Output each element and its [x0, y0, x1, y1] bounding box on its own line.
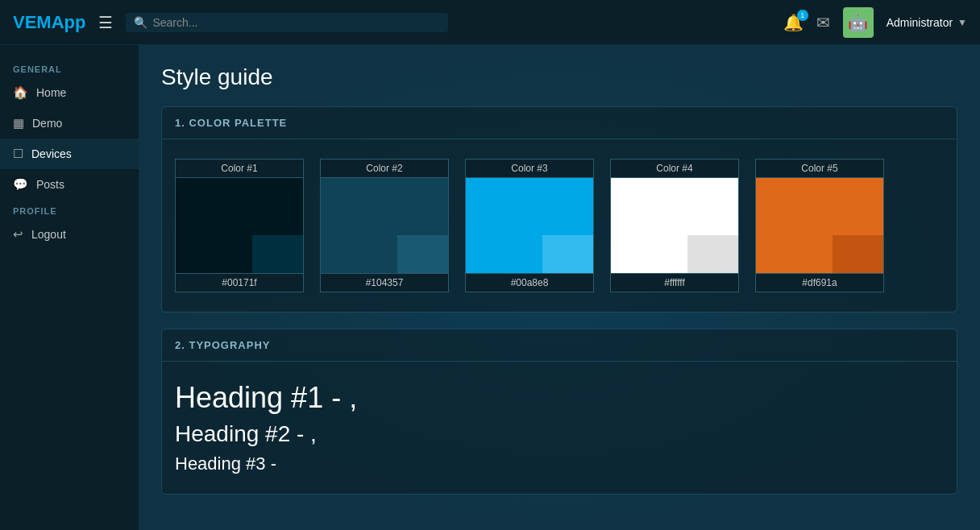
- color-swatch-2: Color #2 #104357: [320, 159, 449, 292]
- logout-icon: ↩: [13, 227, 23, 242]
- color-swatch-3: Color #3 #00a8e8: [465, 159, 594, 292]
- color-1-label: Color #1: [175, 159, 304, 177]
- nav-right: 🔔 1 ✉ 🤖 Administrator ▼: [783, 7, 967, 38]
- sidebar-item-label-devices: Devices: [31, 147, 72, 160]
- sidebar-item-devices[interactable]: ☐ Devices: [0, 139, 139, 169]
- color-swatches: Color #1 #00171f Color #2 #104357: [175, 159, 944, 292]
- color-4-box: [610, 177, 739, 274]
- notification-bell[interactable]: 🔔 1: [783, 13, 804, 32]
- sidebar: GENERAL 🏠 Home ▦ Demo ☐ Devices 💬 Posts …: [0, 45, 139, 530]
- color-3-hex: #00a8e8: [465, 274, 594, 292]
- search-bar: 🔍: [126, 13, 448, 32]
- sidebar-item-home[interactable]: 🏠 Home: [0, 77, 139, 108]
- heading-3: Heading #3 -: [175, 453, 944, 474]
- sidebar-item-label-home: Home: [36, 86, 66, 99]
- color-3-box: [465, 177, 594, 274]
- sidebar-item-label-logout: Logout: [31, 228, 66, 241]
- topnav: VEMApp ☰ 🔍 🔔 1 ✉ 🤖 Administrator ▼: [0, 0, 980, 45]
- color-swatch-4: Color #4 #ffffff: [610, 159, 739, 292]
- main-content: Style guide 1. COLOR PALETTE Color #1 #0…: [139, 45, 980, 530]
- search-input[interactable]: [152, 16, 440, 29]
- heading-2: Heading #2 - ,: [175, 421, 944, 447]
- sidebar-item-label-posts: Posts: [36, 178, 64, 191]
- home-icon: 🏠: [13, 85, 28, 100]
- user-menu[interactable]: Administrator ▼: [887, 16, 967, 29]
- devices-icon: ☐: [13, 147, 23, 161]
- color-palette-body: Color #1 #00171f Color #2 #104357: [162, 139, 957, 312]
- color-5-hex: #df691a: [755, 274, 884, 292]
- color-5-label: Color #5: [755, 159, 884, 177]
- page-title: Style guide: [161, 64, 957, 90]
- sidebar-general-label: GENERAL: [0, 58, 139, 77]
- user-name: Administrator: [887, 16, 953, 29]
- typography-body: Heading #1 - , Heading #2 - , Heading #3…: [162, 362, 957, 494]
- layout: GENERAL 🏠 Home ▦ Demo ☐ Devices 💬 Posts …: [0, 45, 980, 530]
- color-swatch-1: Color #1 #00171f: [175, 159, 304, 292]
- sidebar-item-posts[interactable]: 💬 Posts: [0, 169, 139, 200]
- envelope-icon: ✉: [816, 14, 830, 31]
- typography-section: 2. TYPOGRAPHY Heading #1 - , Heading #2 …: [161, 329, 957, 495]
- color-4-hex: #ffffff: [610, 274, 739, 292]
- color-2-label: Color #2: [320, 159, 449, 177]
- color-2-hex: #104357: [320, 274, 449, 292]
- sidebar-item-label-demo: Demo: [32, 117, 62, 130]
- heading-1: Heading #1 - ,: [175, 381, 944, 415]
- sidebar-item-demo[interactable]: ▦ Demo: [0, 108, 139, 139]
- chevron-down-icon: ▼: [957, 17, 967, 28]
- sidebar-item-logout[interactable]: ↩ Logout: [0, 219, 139, 250]
- color-5-box: [755, 177, 884, 274]
- color-1-hex: #00171f: [175, 274, 304, 292]
- color-1-box: [175, 177, 304, 274]
- color-palette-section: 1. COLOR PALETTE Color #1 #00171f Color …: [161, 106, 957, 313]
- notification-badge: 1: [797, 10, 808, 21]
- sidebar-profile-label: PROFILE: [0, 200, 139, 219]
- posts-icon: 💬: [13, 177, 28, 192]
- typography-header: 2. TYPOGRAPHY: [162, 329, 957, 362]
- demo-icon: ▦: [13, 116, 24, 130]
- color-3-label: Color #3: [465, 159, 594, 177]
- color-2-box: [320, 177, 449, 274]
- app-logo: VEMApp: [13, 12, 85, 33]
- avatar[interactable]: 🤖: [843, 7, 874, 38]
- search-icon: 🔍: [134, 16, 147, 29]
- hamburger-icon[interactable]: ☰: [98, 13, 113, 32]
- color-swatch-5: Color #5 #df691a: [755, 159, 884, 292]
- color-palette-header: 1. COLOR PALETTE: [162, 107, 957, 139]
- color-4-label: Color #4: [610, 159, 739, 177]
- message-icon-wrap[interactable]: ✉: [816, 13, 830, 32]
